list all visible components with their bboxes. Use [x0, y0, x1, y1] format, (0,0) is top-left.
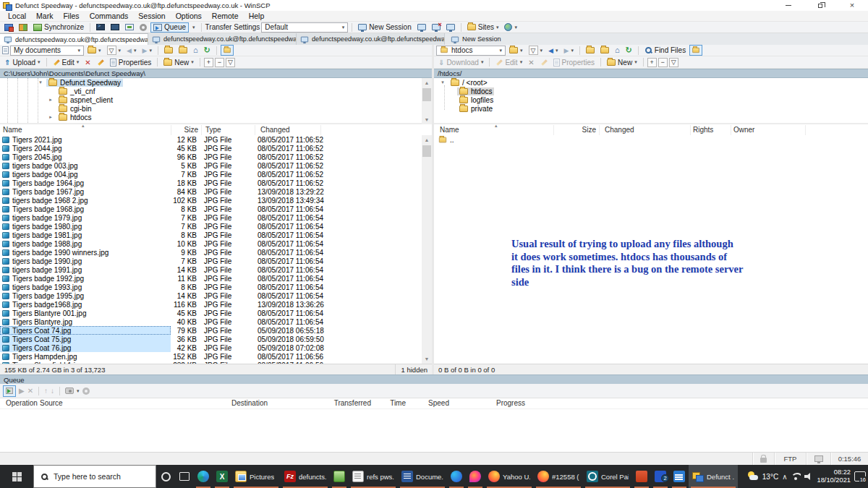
local-list-scrollbar[interactable]: ▲ ▼: [422, 135, 432, 364]
remote-filter-button[interactable]: ▽▾: [527, 46, 545, 56]
taskbar-search-input[interactable]: Type here to search: [33, 465, 156, 488]
tree-row[interactable]: ▸aspnet_client: [0, 95, 432, 104]
column-header-changed[interactable]: Changed: [260, 126, 290, 134]
queue-move-up-button[interactable]: ↑: [44, 387, 48, 395]
file-row[interactable]: Tigers badge 1995.jpg14 KBJPG File08/05/…: [0, 291, 432, 300]
remote-home-directory-button[interactable]: ⌂: [613, 46, 622, 56]
collapse-icon[interactable]: ▾: [38, 80, 43, 85]
tree-folder[interactable]: aspnet_client: [56, 96, 115, 104]
local-delete-button[interactable]: ✕: [82, 57, 93, 67]
file-row[interactable]: ..: [434, 135, 868, 144]
taskbar-button-winscp[interactable]: Defunct ...: [689, 465, 738, 488]
taskbar-button-refs[interactable]: refs pws...: [349, 465, 398, 488]
show-hidden-icons-button[interactable]: ∧: [782, 473, 787, 481]
tree-selected-folder[interactable]: Defunct Speedway: [46, 79, 123, 87]
remote-parent-directory-button[interactable]: [584, 46, 597, 56]
local-new-button[interactable]: New▾: [161, 57, 196, 67]
temperature-label[interactable]: 13°C: [762, 473, 778, 481]
remote-path-bar[interactable]: /htdocs/: [434, 69, 868, 78]
local-path-bar[interactable]: C:\Users\John\Documents\Defunct Speedway…: [0, 69, 432, 78]
expand-icon[interactable]: ▸: [48, 97, 54, 103]
sites-button[interactable]: Sites▾: [465, 22, 501, 33]
file-row[interactable]: Tigers Coat 75.jpg36 KBJPG File05/09/201…: [0, 335, 432, 343]
tree-folder[interactable]: _vti_cnf: [56, 87, 97, 95]
scroll-down-icon[interactable]: ▼: [422, 354, 432, 364]
column-header-name[interactable]: Name: [3, 126, 22, 134]
queue-process-button[interactable]: [3, 385, 16, 397]
file-row[interactable]: Tigers badge 1967.jpg84 KBJPG File13/09/…: [0, 187, 432, 196]
remote-new-button[interactable]: New▾: [605, 57, 639, 67]
open-terminal-button[interactable]: [94, 22, 107, 33]
commander-layout-button[interactable]: [2, 22, 15, 33]
session-tab[interactable]: defunctspeedway.co.uk@ftp.defunctspeedwa…: [0, 33, 148, 45]
file-row[interactable]: Tigers 2045.jpg96 KBJPG File08/05/2017 1…: [0, 153, 432, 161]
menu-item-options[interactable]: Options: [171, 11, 207, 22]
local-tree-scrollbar[interactable]: ▲ ▼: [422, 78, 432, 124]
remote-open-directory-button[interactable]: ▾: [507, 46, 525, 56]
file-row[interactable]: Tigers badge 1968.jpg8 KBJPG File08/05/2…: [0, 205, 432, 213]
weather-icon[interactable]: [747, 471, 759, 481]
scroll-up-icon[interactable]: ▲: [422, 135, 432, 145]
scroll-up-icon[interactable]: ▲: [422, 78, 432, 87]
local-root-directory-button[interactable]: [176, 46, 190, 56]
local-expand-button[interactable]: +: [204, 58, 213, 67]
file-row[interactable]: Tigers 2021.jpg12 KBJPG File08/05/2017 1…: [0, 135, 432, 144]
queue-column-operation[interactable]: Operation: [6, 399, 38, 407]
tree-folder[interactable]: logfiles: [457, 96, 495, 104]
file-row[interactable]: tigers badge 003.jpg5 KBJPG File08/05/20…: [0, 161, 432, 170]
compare-directories-button[interactable]: [17, 22, 30, 33]
tree-row[interactable]: private: [434, 104, 868, 113]
tree-row[interactable]: cgi-bin: [0, 104, 432, 113]
remote-expand-button[interactable]: +: [647, 58, 657, 67]
minimize-button[interactable]: [773, 0, 804, 11]
queue-preferences-button[interactable]: [82, 388, 90, 395]
file-row[interactable]: Tigers Coat 74.jpg79 KBJPG File05/09/201…: [0, 326, 432, 335]
rename-session-button[interactable]: [444, 22, 457, 33]
local-collapse-button[interactable]: −: [215, 58, 224, 67]
column-header-size[interactable]: Size: [172, 126, 198, 134]
file-row[interactable]: Tigers badge 1964.jpg18 KBJPG File08/05/…: [0, 179, 432, 187]
taskbar-button-firefox-yahoo[interactable]: Yahoo U...: [485, 465, 534, 488]
upload-button[interactable]: ⇑Upload▾: [2, 57, 43, 67]
local-location-select[interactable]: My documents▾: [10, 46, 84, 56]
close-button[interactable]: ×: [836, 0, 868, 11]
session-tab[interactable]: defunctspeedway.co.uk@ftp.defunctspeedwa…: [297, 33, 445, 45]
start-button[interactable]: [0, 465, 33, 488]
queue-dropdown[interactable]: ▾: [190, 22, 197, 33]
tree-row[interactable]: htdocs: [434, 87, 868, 95]
tree-row[interactable]: ▸htdocs: [0, 113, 432, 121]
file-row[interactable]: tigers badge 1990.jpg7 KBJPG File08/05/2…: [0, 257, 432, 265]
remote-forward-button[interactable]: ▶▾: [561, 46, 575, 56]
restore-button[interactable]: [804, 0, 836, 11]
menu-item-commands[interactable]: Commands: [85, 11, 134, 22]
column-header-rights[interactable]: Rights: [693, 126, 713, 134]
local-open-directory-button[interactable]: ▾: [85, 46, 103, 56]
close-session-button[interactable]: [430, 22, 443, 33]
local-back-button[interactable]: ◀▾: [124, 46, 138, 56]
column-header-name[interactable]: Name: [440, 126, 459, 134]
local-refresh-button[interactable]: ↻: [202, 46, 213, 56]
refresh-session-button[interactable]: [123, 22, 136, 33]
transfer-settings-select[interactable]: Default▾: [261, 22, 348, 33]
file-row[interactable]: Tigers Hampden.jpg152 KBJPG File08/05/20…: [0, 352, 432, 361]
file-row[interactable]: tigers badge 1988.jpg10 KBJPG File08/05/…: [0, 239, 432, 248]
taskbar-button-phone[interactable]: [447, 465, 466, 488]
tree-folder[interactable]: private: [457, 105, 495, 113]
file-row[interactable]: tigers badge 004.jpg7 KBJPG File08/05/20…: [0, 170, 432, 179]
scroll-down-icon[interactable]: ▼: [422, 115, 432, 124]
synchronize-button[interactable]: Synchronize: [31, 22, 86, 33]
new-session-tab[interactable]: New Session: [445, 33, 507, 45]
tree-row[interactable]: _vti_cnf: [0, 87, 432, 95]
file-row[interactable]: Tigers Coat 76.jpg42 KBJPG File05/09/201…: [0, 343, 432, 352]
queue-resume-button[interactable]: ▶: [19, 387, 25, 395]
scrollbar-thumb[interactable]: [422, 145, 431, 157]
download-button[interactable]: ⇓Download▾: [436, 57, 485, 67]
menu-item-session[interactable]: Session: [133, 11, 170, 22]
taskbar-button-paint[interactable]: [466, 465, 485, 488]
taskbar-button-firefox-12558[interactable]: #12558 (...: [534, 465, 583, 488]
tree-selected-folder[interactable]: htdocs: [457, 87, 494, 95]
remote-edit-button[interactable]: Edit▾: [493, 57, 524, 67]
file-row[interactable]: tigers badge 1981.jpg8 KBJPG File08/05/2…: [0, 231, 432, 239]
queue-snapshot-icon[interactable]: [65, 388, 74, 394]
column-header-owner[interactable]: Owner: [733, 126, 754, 134]
